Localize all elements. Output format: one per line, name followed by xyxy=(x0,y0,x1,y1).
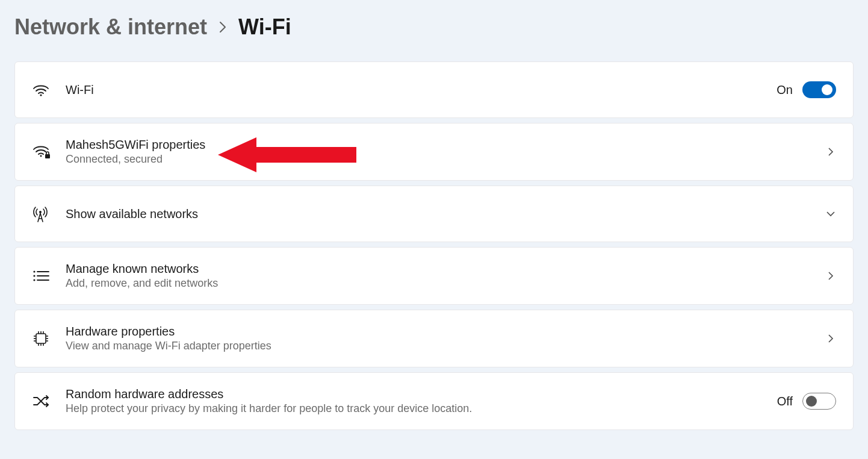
breadcrumb: Network & internet Wi-Fi xyxy=(14,14,854,40)
hardware-props-subtitle: View and manage Wi-Fi adapter properties xyxy=(66,340,825,352)
antenna-icon xyxy=(32,205,66,223)
svg-point-1 xyxy=(40,155,42,157)
chevron-right-icon xyxy=(825,270,836,281)
chevron-right-icon xyxy=(218,20,228,34)
svg-rect-2 xyxy=(45,154,50,158)
svg-point-8 xyxy=(33,279,35,281)
svg-point-4 xyxy=(33,270,35,272)
hardware-properties-row[interactable]: Hardware properties View and manage Wi-F… xyxy=(14,310,854,367)
show-available-networks-row[interactable]: Show available networks xyxy=(14,186,854,242)
network-properties-row[interactable]: Mahesh5GWiFi properties Connected, secur… xyxy=(14,123,854,181)
wifi-state-label: On xyxy=(777,83,793,97)
wifi-icon xyxy=(32,83,66,97)
svg-point-6 xyxy=(33,275,35,276)
wifi-toggle-row[interactable]: Wi-Fi On xyxy=(14,61,854,118)
manage-known-title: Manage known networks xyxy=(66,262,825,276)
breadcrumb-current: Wi-Fi xyxy=(238,14,291,40)
shuffle-icon xyxy=(32,394,66,408)
chevron-right-icon xyxy=(825,333,836,344)
random-hw-subtitle: Help protect your privacy by making it h… xyxy=(66,402,777,415)
manage-known-networks-row[interactable]: Manage known networks Add, remove, and e… xyxy=(14,247,854,305)
manage-known-subtitle: Add, remove, and edit networks xyxy=(66,277,825,290)
chevron-down-icon xyxy=(825,208,836,219)
list-icon xyxy=(32,269,66,283)
hardware-props-title: Hardware properties xyxy=(66,325,825,339)
svg-point-0 xyxy=(40,94,42,96)
network-properties-subtitle: Connected, secured xyxy=(66,153,825,166)
wifi-title: Wi-Fi xyxy=(66,83,777,97)
chip-icon xyxy=(32,329,66,348)
wifi-secured-icon xyxy=(32,143,66,160)
random-hw-title: Random hardware addresses xyxy=(66,387,777,401)
random-hw-toggle[interactable] xyxy=(802,393,836,410)
breadcrumb-parent[interactable]: Network & internet xyxy=(14,14,207,40)
random-hw-state-label: Off xyxy=(777,395,793,408)
wifi-toggle[interactable] xyxy=(802,81,836,98)
chevron-right-icon xyxy=(825,146,836,157)
network-properties-title: Mahesh5GWiFi properties xyxy=(66,138,825,152)
random-hardware-row[interactable]: Random hardware addresses Help protect y… xyxy=(14,372,854,430)
svg-rect-10 xyxy=(36,334,46,343)
show-networks-title: Show available networks xyxy=(66,207,825,221)
